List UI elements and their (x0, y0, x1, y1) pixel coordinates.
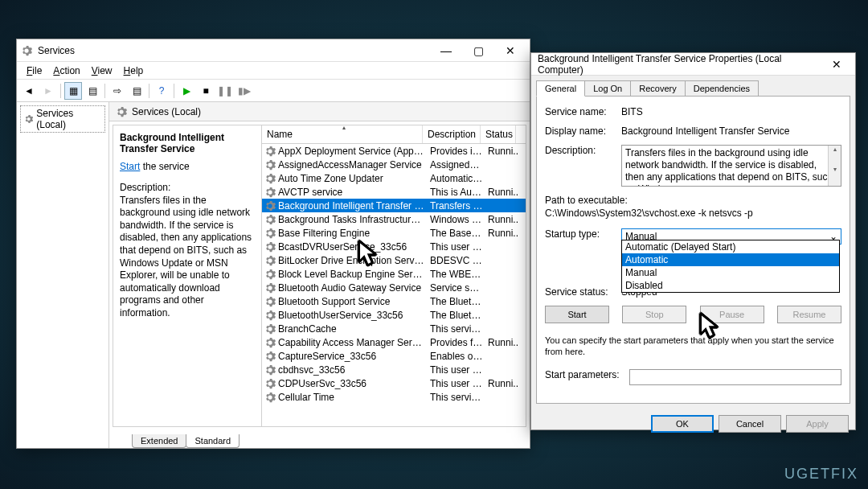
service-row[interactable]: Block Level Backup Engine ServiceThe WBE… (262, 267, 526, 281)
gear-icon (264, 392, 276, 403)
service-row[interactable]: Auto Time Zone UpdaterAutomatica... (262, 171, 526, 185)
tree-item-services-local[interactable]: Services (Local) (20, 105, 105, 133)
dialog-titlebar: Background Intelligent Transfer Service … (531, 53, 855, 76)
properties-icon[interactable]: ▤ (84, 82, 101, 100)
gear-icon (264, 146, 276, 157)
refresh-icon[interactable]: ▤ (128, 82, 145, 100)
tab-logon[interactable]: Log On (584, 80, 631, 97)
tab-recovery[interactable]: Recovery (630, 80, 685, 97)
label-start-params: Start parameters: (545, 369, 629, 380)
service-row[interactable]: AVCTP serviceThis is Audi...Runni... (262, 185, 526, 199)
export-icon[interactable]: ⇨ (108, 82, 126, 100)
label-service-name: Service name: (545, 106, 621, 117)
service-name: Bluetooth Support Service (278, 296, 425, 307)
label-path: Path to executable: (545, 195, 841, 206)
service-status: Runni... (483, 187, 518, 198)
dropdown-option[interactable]: Disabled (622, 279, 839, 292)
service-row[interactable]: Bluetooth Support ServiceThe Bluetoo... (262, 294, 526, 308)
toolbar-app-icon[interactable]: ▦ (64, 82, 82, 100)
column-status[interactable]: Status (481, 125, 516, 143)
restart-icon[interactable]: ▮▶ (235, 82, 253, 100)
dialog-body: Service name: BITS Display name: Backgro… (536, 96, 850, 404)
service-row[interactable]: Background Intelligent Transfer ServiceT… (262, 199, 526, 212)
ok-button[interactable]: OK (651, 415, 714, 433)
services-window: Services — ▢ ✕ File Action View Help ◄ ►… (16, 39, 530, 449)
gear-icon (264, 323, 276, 335)
service-status: Runni... (483, 214, 518, 225)
service-desc: BDESVC hos... (425, 255, 483, 266)
stop-button[interactable]: Stop (622, 306, 686, 323)
gear-icon (24, 114, 33, 124)
service-row[interactable]: Base Filtering EngineThe Base Fil...Runn… (262, 226, 526, 240)
column-name[interactable]: Name (262, 125, 423, 143)
gear-icon (264, 337, 276, 348)
column-description[interactable]: Description (423, 125, 481, 143)
service-name: CaptureService_33c56 (278, 351, 425, 362)
gear-icon (264, 241, 276, 253)
service-desc: Windows in... (425, 214, 483, 225)
cursor-icon (699, 312, 722, 341)
service-row[interactable]: Background Tasks Infrastructure ServiceW… (262, 212, 526, 226)
dialog-buttons: OK Cancel Apply (531, 409, 855, 439)
dropdown-option[interactable]: Automatic (Delayed Start) (622, 240, 839, 253)
menu-help[interactable]: Help (119, 64, 149, 78)
start-params-input[interactable] (629, 369, 841, 385)
service-row[interactable]: Capability Access Manager ServiceProvide… (262, 335, 526, 349)
back-button[interactable]: ◄ (20, 82, 38, 100)
start-icon[interactable]: ▶ (178, 82, 195, 100)
service-desc: This user ser... (425, 378, 483, 389)
forward-button[interactable]: ► (39, 82, 57, 100)
app-icon (20, 44, 33, 57)
maximize-button[interactable]: ▢ (462, 39, 494, 61)
service-row[interactable]: CaptureService_33c56Enables opti... (262, 349, 526, 363)
service-desc: This service... (425, 323, 483, 335)
tab-standard[interactable]: Standard (186, 434, 240, 448)
pause-icon[interactable]: ❚❚ (216, 82, 234, 100)
gear-icon (264, 282, 276, 294)
close-button[interactable]: ✕ (494, 39, 526, 61)
menu-file[interactable]: File (22, 64, 47, 78)
service-row[interactable]: BluetoothUserService_33c56The Bluetoo... (262, 308, 526, 322)
service-desc: The Bluetoo... (425, 310, 483, 321)
dropdown-option[interactable]: Automatic (622, 253, 839, 266)
service-name: Capability Access Manager Service (278, 337, 425, 348)
stop-icon[interactable]: ■ (197, 82, 215, 100)
apply-button[interactable]: Apply (786, 415, 849, 433)
minimize-button[interactable]: — (430, 39, 462, 61)
resume-button[interactable]: Resume (777, 306, 841, 323)
service-desc: The Bluetoo... (425, 296, 483, 307)
tab-extended[interactable]: Extended (132, 434, 186, 448)
service-row[interactable]: BitLocker Drive Encryption ServiceBDESVC… (262, 253, 526, 267)
service-row[interactable]: CDPUserSvc_33c56This user ser...Runni... (262, 376, 526, 390)
service-row[interactable]: Bluetooth Audio Gateway ServiceService s… (262, 281, 526, 294)
dropdown-option[interactable]: Manual (622, 266, 839, 279)
service-row[interactable]: AppX Deployment Service (AppXSVC)Provide… (262, 144, 526, 158)
menu-action[interactable]: Action (48, 64, 84, 78)
gear-icon (264, 187, 276, 198)
titlebar: Services — ▢ ✕ (17, 39, 530, 62)
help-icon[interactable]: ? (153, 82, 170, 100)
gear-icon (264, 296, 276, 307)
service-row[interactable]: BcastDVRUserService_33c56This user ser..… (262, 240, 526, 253)
menu-view[interactable]: View (87, 64, 117, 78)
service-row[interactable]: BranchCacheThis service... (262, 322, 526, 335)
scrollbar[interactable]: ▴▾ (828, 146, 841, 186)
tab-dependencies[interactable]: Dependencies (685, 80, 759, 97)
service-desc: Service sup... (425, 282, 483, 294)
service-row[interactable]: AssignedAccessManager ServiceAssignedAc.… (262, 158, 526, 171)
service-desc: This service... (425, 392, 483, 403)
service-name: BranchCache (278, 323, 425, 335)
dialog-close-button[interactable]: ✕ (825, 58, 849, 71)
service-desc: This user ser... (425, 241, 483, 253)
service-row[interactable]: cbdhsvc_33c56This user ser... (262, 363, 526, 376)
tab-general[interactable]: General (536, 80, 585, 97)
toolbar: ◄ ► ▦ ▤ ⇨ ▤ ? ▶ ■ ❚❚ ▮▶ (17, 80, 530, 102)
service-desc: The WBENG... (425, 269, 483, 280)
cancel-button[interactable]: Cancel (719, 415, 781, 433)
start-button[interactable]: Start (545, 306, 609, 323)
value-service-name: BITS (621, 106, 841, 117)
service-desc: AssignedAc... (425, 159, 483, 171)
start-link[interactable]: Start (120, 161, 140, 172)
service-row[interactable]: Cellular TimeThis service... (262, 390, 526, 404)
service-name: BluetoothUserService_33c56 (278, 310, 425, 321)
